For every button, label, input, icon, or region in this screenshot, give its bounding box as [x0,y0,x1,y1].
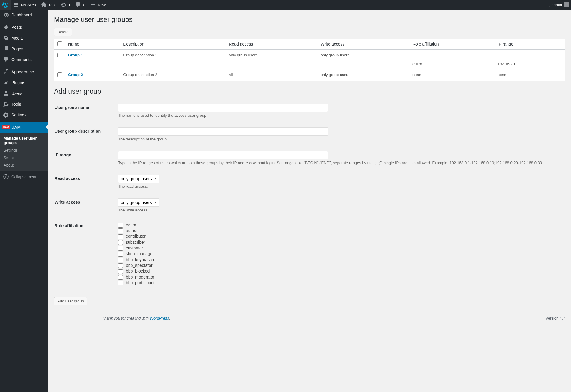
col-read[interactable]: Read access [226,39,317,50]
role-option[interactable]: bbp_moderator [118,275,561,280]
sidebar-item-pages[interactable]: Pages [0,43,48,54]
updates-count: 1 [68,3,70,7]
desc-ip-range: Type in the IP ranges of users which are… [118,161,561,165]
role-option[interactable]: subscriber [118,240,561,245]
role-option[interactable]: editor [118,223,561,228]
select-all-checkbox[interactable] [57,41,62,46]
submenu-manage-groups[interactable]: Manage user user groups [0,134,48,146]
desc-group-name: The name is used to identify the access … [118,113,561,118]
role-option[interactable]: author [118,228,561,233]
sidebar-label: Dashboard [11,13,32,17]
my-account[interactable]: Hi, admin [543,0,571,10]
delete-button[interactable]: Delete [54,28,72,36]
group-name-link[interactable]: Group 1 [68,53,83,57]
desc-group-desc: The description of the group. [118,137,561,141]
role-option[interactable]: bbp_keymaster [118,257,561,262]
role-checkbox[interactable] [118,258,123,262]
role-checkbox[interactable] [118,240,123,245]
svg-point-0 [4,174,8,179]
col-description[interactable]: Description [120,39,226,50]
select-read-access[interactable]: only group users [118,175,159,183]
col-ip[interactable]: IP range [495,39,565,50]
sidebar-item-users[interactable]: Users [0,88,48,99]
admin-comments-icon [3,57,9,63]
role-option[interactable]: bbp_blocked [118,269,561,274]
label-group-name: User group name [55,99,114,122]
sidebar-item-comments[interactable]: Comments [0,54,48,65]
collapse-menu[interactable]: Collapse menu [0,171,48,183]
role-checkbox[interactable] [118,281,123,285]
sidebar-item-dashboard[interactable]: Dashboard [0,10,48,20]
row-checkbox[interactable] [57,72,62,77]
wp-logo[interactable] [0,0,11,10]
sidebar-label: Pages [11,46,23,51]
sidebar-label: Users [11,91,22,96]
role-checkbox[interactable] [118,246,123,251]
admin-page-icon [3,46,9,52]
submenu-setup[interactable]: Setup [0,154,48,161]
role-checkbox[interactable] [118,263,123,268]
sidebar-label: Settings [11,113,27,117]
col-write[interactable]: Write access [318,39,409,50]
role-option[interactable]: shop_manager [118,251,561,256]
new-content[interactable]: New [88,0,108,10]
sidebar-item-plugins[interactable]: Plugins [0,77,48,88]
role-checkbox[interactable] [118,269,123,274]
wordpress-link[interactable]: WordPress [150,316,169,320]
my-sites[interactable]: My Sites [11,0,38,10]
input-group-name[interactable] [118,104,328,112]
uam-icon: UAM [3,124,9,130]
cell-read: all [226,69,317,81]
comments-bubble[interactable]: 0 [73,0,88,10]
col-name[interactable]: Name [65,39,120,50]
avatar [564,2,569,7]
role-option[interactable]: contributor [118,234,561,239]
sidebar-item-media[interactable]: Media [0,33,48,43]
cell-desc: Group description 1 [120,50,226,69]
submenu-settings[interactable]: Settings [0,146,48,154]
new-label: New [98,3,106,7]
input-ip-range[interactable] [118,151,328,159]
submenu-about[interactable]: About [0,161,48,169]
sidebar-label: Plugins [11,80,25,85]
groups-table: Name Description Read access Write acces… [54,39,565,81]
sidebar-item-settings[interactable]: Settings [0,110,48,120]
add-group-heading: Add user group [54,87,565,96]
cell-desc: Group description 2 [120,69,226,81]
admin-tools-icon [3,101,9,107]
site-name[interactable]: Test [38,0,58,10]
label-group-desc: User group description [55,123,114,146]
role-checkbox[interactable] [118,223,123,228]
sidebar-item-uam[interactable]: UAM UAM [0,122,48,133]
select-write-access[interactable]: only group users [118,198,159,207]
table-row: Group 1Group description 1only group use… [54,50,565,69]
role-checkbox[interactable] [118,275,123,280]
cell-write: only group users [318,50,409,69]
cell-write: only group users [318,69,409,81]
col-role[interactable]: Role affiliation [409,39,495,50]
input-group-desc[interactable] [118,127,328,136]
admin-home-icon [41,2,47,8]
role-option[interactable]: bbp_spectator [118,263,561,268]
admin-appearance-icon [3,69,9,75]
role-option[interactable]: customer [118,246,561,251]
group-name-link[interactable]: Group 2 [68,72,83,77]
role-option[interactable]: bbp_participant [118,280,561,285]
row-checkbox[interactable] [57,53,62,57]
admin-users-icon [3,90,9,96]
sidebar-item-appearance[interactable]: Appearance [0,66,48,77]
sidebar-item-posts[interactable]: Posts [0,22,48,33]
admin-multisite-icon [13,2,19,8]
dashboard-icon [3,12,9,18]
collapse-label: Collapse menu [11,175,37,179]
label-role-affiliation: Role affiliation [55,217,114,290]
add-group-button[interactable]: Add user group [54,297,87,305]
role-checkbox[interactable] [118,228,123,233]
cell-role: none [409,69,495,81]
sidebar-label: Comments [11,57,32,62]
collapse-icon [3,174,9,180]
sidebar-item-tools[interactable]: Tools [0,99,48,110]
role-checkbox[interactable] [118,252,123,257]
updates[interactable]: 1 [58,0,73,10]
role-checkbox[interactable] [118,234,123,239]
